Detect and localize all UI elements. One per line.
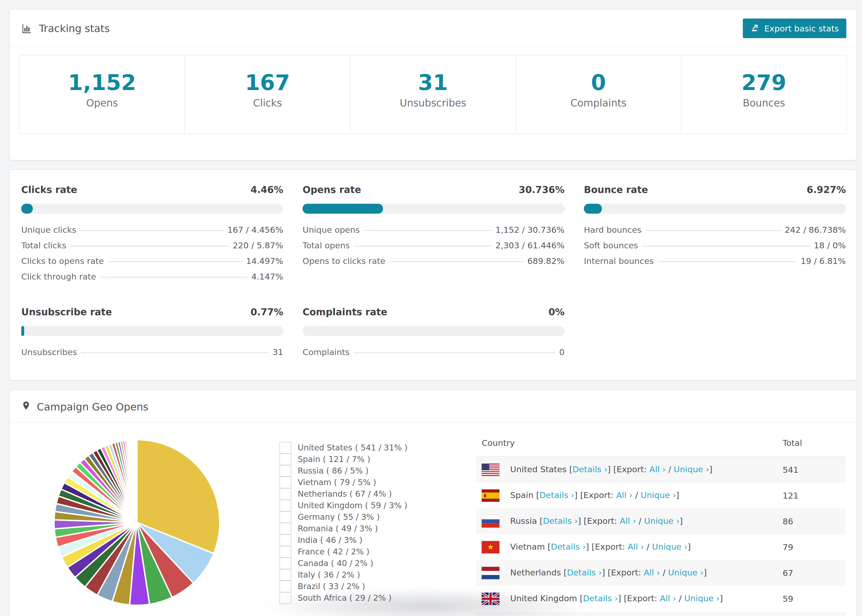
export-all-link[interactable]: All › [644, 567, 660, 577]
unsubscribe-rate-progressbar [21, 326, 283, 336]
stat-row: Opens to clicks rate689.82% [302, 256, 565, 272]
dashboard-page: Tracking stats Export basic stats 1,152 … [0, 0, 866, 616]
legend-swatch [279, 546, 291, 558]
complaints-rate-progressbar [302, 326, 565, 336]
stat-row-value: 14.497% [246, 256, 283, 266]
flag-icon-vn [482, 541, 499, 553]
country-cell: Netherlands [Details ›] [Export: All › /… [476, 560, 777, 586]
legend-item: Canada ( 40 / 2% ) [279, 558, 476, 569]
export-all-link[interactable]: All › [620, 516, 636, 526]
geo-title: Campaign Geo Opens [37, 401, 148, 413]
table-row-de: Germany [Details ›] [Export: All › / Uni… [476, 612, 846, 616]
country-name: Russia [510, 516, 537, 526]
export-all-link[interactable]: All › [660, 593, 676, 603]
stat-row-value: 31 [273, 347, 283, 357]
legend-swatch [279, 476, 291, 488]
export-all-link[interactable]: All › [616, 490, 633, 500]
stat-complaints: 0 Complaints [516, 55, 682, 134]
stat-opens-label: Opens [20, 97, 184, 109]
stat-row-value: 220 / 5.87% [233, 240, 283, 250]
stat-unsubscribes-value: 31 [350, 71, 515, 94]
export-label: Export: [627, 593, 657, 603]
legend-swatch [279, 488, 291, 500]
opens-rate-title: Opens rate [302, 184, 361, 195]
details-link[interactable]: Details › [540, 490, 575, 500]
legend-swatch [279, 534, 291, 546]
stat-row: Total clicks220 / 5.87% [21, 240, 283, 256]
stat-opens: 1,152 Opens [20, 55, 185, 134]
table-row-vn: Vietnam [Details ›] [Export: All › / Uni… [476, 534, 846, 560]
details-link[interactable]: Details › [543, 516, 578, 526]
stat-clicks-label: Clicks [185, 97, 350, 109]
table-header-row: Country Total [476, 428, 846, 457]
stat-row-value: 19 / 6.81% [801, 256, 846, 266]
country-name: Netherlands [510, 567, 561, 577]
export-label: Export: [595, 542, 625, 552]
complaints-rate-title: Complaints rate [302, 306, 387, 317]
tracking-stats-card: Tracking stats Export basic stats 1,152 … [9, 9, 857, 160]
legend-swatch [279, 511, 291, 523]
scrollbar-track[interactable] [862, 0, 866, 616]
legend-label: South Africa ( 29 / 2% ) [298, 593, 392, 603]
flag-icon-nl [482, 567, 499, 579]
stat-clicks-value: 167 [185, 71, 350, 94]
export-unique-link[interactable]: Unique › [644, 516, 680, 526]
opens-rate-progressbar [302, 204, 565, 214]
legend-label: Romania ( 49 / 3% ) [298, 524, 378, 533]
unsubscribe-rate-value: 0.77% [251, 306, 283, 317]
stat-row-label: Complaints [302, 347, 350, 357]
stat-complaints-label: Complaints [516, 97, 681, 109]
stat-row-value: 2,303 / 61.446% [495, 240, 565, 250]
legend-item: Spain ( 121 / 7% ) [279, 453, 476, 465]
clicks-rate-progressbar [21, 204, 283, 214]
export-unique-link[interactable]: Unique › [652, 542, 688, 552]
export-unique-link[interactable]: Unique › [684, 593, 720, 603]
legend-label: United States ( 541 / 31% ) [298, 443, 408, 452]
stat-row-label: Total opens [302, 240, 350, 250]
table-row-us: United States [Details ›] [Export: All ›… [476, 457, 846, 483]
export-all-link[interactable]: All › [649, 464, 666, 474]
stat-row: Clicks to opens rate14.497% [21, 256, 283, 272]
unsubscribe-rate-title: Unsubscribe rate [21, 306, 112, 317]
details-link[interactable]: Details › [567, 567, 602, 577]
export-unique-link[interactable]: Unique › [641, 490, 676, 500]
stat-row-label: Internal bounces [584, 256, 654, 266]
total-cell: 541 [777, 457, 846, 483]
stat-bounces-label: Bounces [682, 97, 846, 109]
stat-bounces-value: 279 [682, 71, 846, 94]
export-all-link[interactable]: All › [628, 542, 644, 552]
stat-unsubscribes: 31 Unsubscribes [350, 55, 516, 134]
column-header-country: Country [476, 428, 777, 457]
bounce-rate-value: 6.927% [806, 184, 846, 195]
export-basic-stats-button[interactable]: Export basic stats [743, 19, 846, 38]
stat-row-label: Unique clicks [21, 225, 76, 235]
stat-row-label: Clicks to opens rate [21, 256, 104, 266]
column-header-total: Total [777, 428, 846, 457]
legend-label: United Kingdom ( 59 / 3% ) [298, 501, 408, 510]
rates-grid: Clicks rate 4.46% Unique clicks167 / 4.4… [21, 184, 846, 363]
export-unique-link[interactable]: Unique › [674, 464, 709, 474]
pie-slice-other [137, 440, 137, 522]
dotted-leader [354, 352, 555, 353]
details-link[interactable]: Details › [551, 542, 586, 552]
stat-row: Unsubscribes31 [21, 347, 283, 363]
total-cell: 59 [777, 586, 846, 612]
stat-row: Soft bounces18 / 0% [584, 240, 846, 256]
details-link[interactable]: Details › [573, 464, 608, 474]
country-name: Spain [510, 490, 534, 500]
rates-card: Clicks rate 4.46% Unique clicks167 / 4.4… [9, 169, 857, 380]
stat-row-value: 689.82% [527, 256, 565, 266]
total-cell: 55 [777, 612, 846, 616]
stat-row-value: 4.147% [252, 272, 283, 281]
country-cell: Russia [Details ›] [Export: All › / Uniq… [476, 509, 777, 534]
stat-row-value: 1,152 / 30.736% [495, 225, 565, 235]
complaints-rate-value: 0% [549, 306, 565, 317]
geo-legend: United States ( 541 / 31% )Spain ( 121 /… [279, 425, 476, 616]
legend-label: Canada ( 40 / 2% ) [298, 558, 373, 568]
details-link[interactable]: Details › [583, 593, 618, 603]
opens-rate-block: Opens rate 30.736% Unique opens1,152 / 3… [302, 184, 565, 287]
geo-table: Country Total United States [Details ›] … [476, 428, 846, 616]
export-unique-link[interactable]: Unique › [668, 567, 704, 577]
geo-header: Campaign Geo Opens [9, 390, 857, 423]
dotted-leader [71, 246, 228, 247]
